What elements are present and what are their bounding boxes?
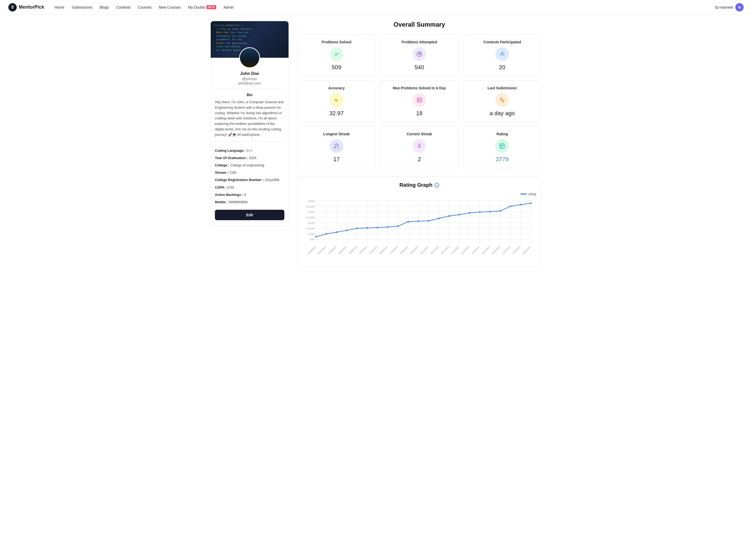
nav-admin[interactable]: Admin — [224, 5, 234, 9]
nav-my-doubts[interactable]: My Doubts BETA — [188, 5, 216, 9]
svg-point-62 — [459, 214, 460, 216]
info-coding-lang: Coding Language : C++ — [215, 148, 284, 153]
accuracy-card: Accuracy%32.97 — [297, 80, 376, 122]
svg-point-54 — [377, 227, 378, 228]
page-layout: function_defaults() { // Sets up theme d… — [206, 15, 546, 273]
svg-text:04/01/2024: 04/01/2024 — [492, 245, 501, 255]
nav-avatar[interactable]: N — [735, 3, 744, 12]
nav-username: bz-navneet — [715, 5, 733, 9]
nav-new-courses[interactable]: New Courses — [159, 5, 181, 9]
nav-courses[interactable]: Courses — [138, 5, 151, 9]
last-submission-card: Last Submissiona day ago — [463, 80, 542, 122]
stat-value: a day ago — [490, 110, 515, 117]
svg-text:23/06/2023: 23/06/2023 — [308, 245, 317, 255]
svg-text:21/12/2023: 21/12/2023 — [471, 245, 480, 255]
nav-contests[interactable]: Contests — [116, 5, 130, 9]
svg-text:09/11/2023: 09/11/2023 — [430, 245, 440, 255]
info-cgpa: CGPA : 8.55 — [215, 185, 284, 190]
stat-icon — [412, 47, 426, 61]
problems-attempted-card: Problems Attempted540 — [380, 35, 459, 76]
nav-links: Home Submissions Blogs Contests Courses … — [55, 5, 715, 9]
svg-point-67 — [510, 205, 511, 207]
stat-icon — [412, 93, 426, 107]
stat-value: 32.97 — [329, 110, 344, 117]
svg-point-58 — [418, 220, 419, 222]
profile-name: John Doe — [215, 71, 284, 76]
svg-point-50 — [336, 232, 337, 233]
svg-point-56 — [397, 225, 399, 227]
nav-user-section: bz-navneet N — [715, 3, 744, 12]
longest-streak-card: Longest Streak17 — [297, 126, 376, 168]
profile-avatar-wrap — [211, 47, 288, 68]
stat-value: 509 — [332, 64, 341, 71]
info-graduation: Year Of Graduation : 2025 — [215, 156, 284, 160]
svg-rect-4 — [417, 98, 422, 102]
divider-1 — [215, 89, 284, 89]
svg-point-69 — [530, 202, 532, 204]
stat-icon — [495, 139, 509, 153]
info-college: College : College of engineering — [215, 163, 284, 168]
stat-icon: % — [330, 93, 343, 107]
svg-text:25/01/2024: 25/01/2024 — [522, 245, 531, 255]
stat-icon — [495, 47, 509, 61]
svg-text:09/08/2023: 09/08/2023 — [338, 245, 347, 255]
svg-text:28/12/2023: 28/12/2023 — [481, 245, 490, 255]
beta-badge: BETA — [206, 5, 216, 9]
stat-label: Max Problems Solved In A Day — [393, 86, 446, 90]
stats-grid: Problems Solved509Problems Attempted540C… — [297, 35, 542, 168]
rating-graph-title: Rating Graph i — [303, 182, 536, 188]
svg-point-53 — [367, 227, 368, 229]
stat-label: Longest Streak — [323, 132, 350, 136]
summary-title: Overall Summary — [297, 21, 542, 28]
svg-rect-8 — [500, 144, 505, 148]
svg-text:11/01/2024: 11/01/2024 — [502, 245, 511, 255]
profile-avatar — [239, 47, 260, 68]
svg-text:%: % — [334, 98, 338, 102]
rating-graph-section: Rating Graph i rating 5001,0001.5,0002,0… — [297, 177, 542, 267]
stat-value[interactable]: 3779 — [496, 156, 509, 163]
avatar-image — [240, 48, 259, 67]
svg-text:3,000: 3,000 — [308, 211, 314, 214]
svg-point-49 — [326, 233, 327, 235]
stat-value: 17 — [333, 156, 340, 163]
svg-text:02/08/2023: 02/08/2023 — [328, 245, 337, 255]
svg-text:06/09/2023: 06/09/2023 — [379, 245, 388, 255]
svg-text:14/12/2023: 14/12/2023 — [461, 245, 470, 255]
problems-solved-card: Problems Solved509 — [297, 35, 376, 76]
nav-submissions[interactable]: Submissions — [72, 5, 92, 9]
svg-point-48 — [316, 236, 317, 237]
profile-card: function_defaults() { // Sets up theme d… — [210, 21, 289, 227]
right-panel: Overall Summary Problems Solved509Proble… — [289, 21, 542, 267]
stat-label: Problems Solved — [322, 40, 351, 44]
stat-value: 540 — [415, 64, 424, 71]
stat-icon — [330, 47, 343, 61]
svg-point-52 — [356, 227, 358, 229]
svg-text:2.5,000: 2.5,000 — [306, 216, 315, 219]
bio-text: Hey there, I'm John, a Computer Science … — [211, 100, 288, 138]
svg-text:1.5,000: 1.5,000 — [306, 227, 315, 230]
stat-icon — [330, 139, 343, 153]
nav-home[interactable]: Home — [55, 5, 64, 9]
svg-text:18/01/2024: 18/01/2024 — [512, 245, 521, 255]
current-streak-card: Current Streak2 — [380, 126, 459, 168]
svg-text:2,000: 2,000 — [308, 221, 314, 224]
info-reg-number: College Registration Number : 10xyz999 — [215, 178, 284, 182]
stat-label: Last Submission — [487, 86, 517, 90]
brand-name: MentorPick — [19, 4, 44, 10]
stat-value: 20 — [499, 64, 505, 71]
svg-point-61 — [448, 215, 450, 217]
stat-label: Contests Participated — [483, 40, 521, 44]
profile-name-section: John Doe @johnxyz john@xyz.com — [211, 68, 288, 85]
nav-blogs[interactable]: Blogs — [100, 5, 109, 9]
svg-text:16/08/2023: 16/08/2023 — [348, 245, 358, 255]
nav-logo[interactable]: 0 MentorPick — [8, 3, 44, 12]
svg-point-64 — [479, 211, 481, 213]
chart-legend: rating — [303, 192, 536, 196]
svg-text:22/09/2023: 22/09/2023 — [400, 245, 409, 255]
info-list: Coding Language : C++ Year Of Graduation… — [211, 145, 288, 205]
rating-chart-svg: 5001,0001.5,0002,0002.5,0003,0003.5,0004… — [303, 198, 536, 261]
bio-label: Bio — [211, 93, 288, 97]
svg-text:1,000: 1,000 — [308, 233, 314, 235]
svg-point-68 — [520, 204, 522, 205]
edit-button[interactable]: Edit — [215, 210, 284, 220]
